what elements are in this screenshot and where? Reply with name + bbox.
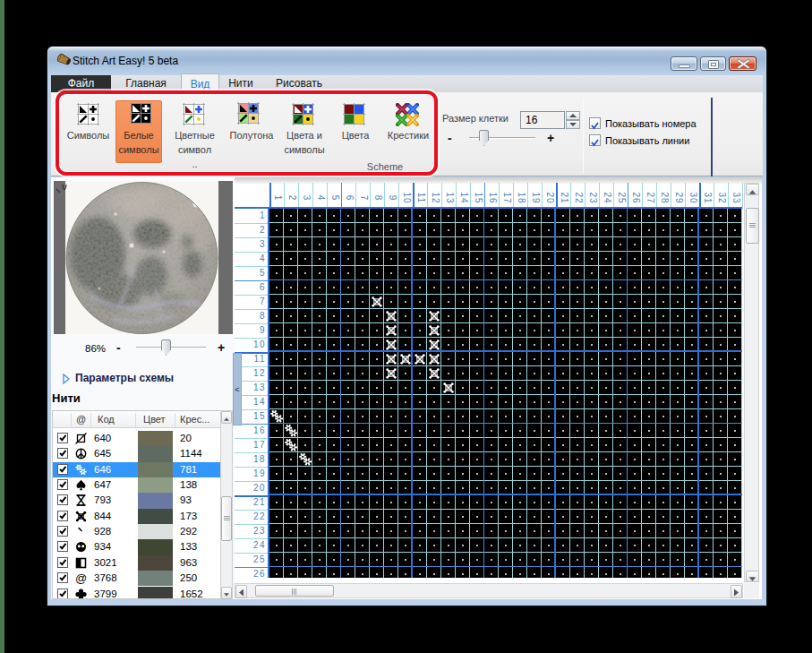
svg-text:@: @ [75, 572, 87, 584]
